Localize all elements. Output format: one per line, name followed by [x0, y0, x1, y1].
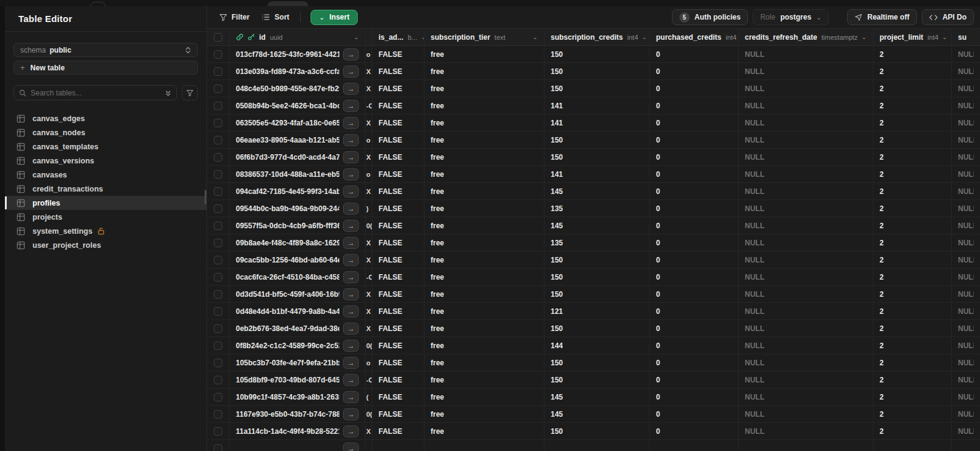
project-limit-cell[interactable]: 2: [873, 286, 952, 302]
is-admin-cell[interactable]: FALSE: [372, 183, 424, 199]
row-checkbox[interactable]: [214, 136, 222, 144]
subscription-credits-cell[interactable]: 145: [545, 389, 650, 405]
subscription-credits-cell[interactable]: 150: [545, 46, 650, 62]
is-admin-cell[interactable]: FALSE: [372, 149, 424, 165]
truncated-cell[interactable]: NULL: [952, 406, 980, 422]
credits-refresh-date-cell[interactable]: NULL: [739, 389, 873, 405]
truncated-cell[interactable]: NULL: [952, 269, 980, 285]
sidebar-table-item[interactable]: profiles: [5, 196, 206, 210]
purchased-credits-cell[interactable]: 0: [650, 46, 739, 62]
row-checkbox[interactable]: [214, 50, 222, 59]
row-checkbox[interactable]: [214, 273, 222, 281]
id-cell[interactable]: 0eb2b676-38ed-4ea7-9dad-38e6... →: [230, 320, 366, 337]
truncated-cell[interactable]: NULL: [952, 252, 980, 268]
purchased-credits-cell[interactable]: 0: [650, 354, 739, 371]
narrow-cell[interactable]: o: [366, 132, 372, 148]
row-checkbox[interactable]: [214, 102, 222, 110]
id-cell[interactable]: 0d3d541d-bf5c-459f-a406-16b93... →: [230, 286, 366, 302]
purchased-credits-cell[interactable]: 0: [650, 423, 739, 439]
narrow-cell[interactable]: 0(: [366, 337, 372, 354]
column-header-project-limit[interactable]: project_limit int4 ⌄: [873, 29, 952, 45]
row-checkbox[interactable]: [214, 67, 222, 76]
subscription-tier-cell[interactable]: free: [424, 166, 545, 182]
sidebar-table-item[interactable]: canvas_templates: [5, 140, 206, 154]
project-limit-cell[interactable]: 2: [873, 183, 952, 199]
subscription-tier-cell[interactable]: free: [424, 183, 545, 199]
project-limit-cell[interactable]: 2: [873, 269, 952, 285]
id-cell[interactable]: 063505e5-4293-4faf-a18c-0e65b... →: [230, 114, 366, 131]
credits-refresh-date-cell[interactable]: NULL: [739, 423, 873, 439]
narrow-cell[interactable]: X: [366, 423, 372, 439]
row-checkbox[interactable]: [214, 222, 222, 230]
subscription-credits-cell[interactable]: 150: [545, 149, 650, 165]
is-admin-cell[interactable]: [372, 440, 424, 451]
expand-row-button[interactable]: →: [343, 254, 359, 266]
narrow-cell[interactable]: X: [366, 303, 372, 319]
credits-refresh-date-cell[interactable]: [739, 440, 873, 451]
is-admin-cell[interactable]: FALSE: [372, 389, 424, 405]
purchased-credits-cell[interactable]: 0: [650, 252, 739, 268]
id-cell[interactable]: 1167e930-e5b0-43b7-b74c-788c9... →: [230, 406, 366, 422]
row-checkbox[interactable]: [214, 444, 222, 451]
expand-row-button[interactable]: →: [343, 340, 359, 352]
sidebar-filter-button[interactable]: [182, 85, 198, 100]
is-admin-cell[interactable]: FALSE: [372, 337, 424, 354]
auth-policies-button[interactable]: 5 Auth policies: [672, 9, 748, 25]
project-limit-cell[interactable]: 2: [873, 200, 952, 217]
column-menu-icon[interactable]: ⌄: [638, 34, 647, 40]
subscription-credits-cell[interactable]: [545, 440, 650, 451]
row-checkbox[interactable]: [214, 410, 222, 419]
expand-row-button[interactable]: →: [343, 237, 359, 249]
expand-row-button[interactable]: →: [343, 168, 359, 181]
id-cell[interactable]: 08386537-10d4-488a-a11e-eb5a6... →: [230, 166, 366, 182]
truncated-cell[interactable]: NULL: [952, 46, 980, 62]
is-admin-cell[interactable]: FALSE: [372, 286, 424, 302]
subscription-tier-cell[interactable]: free: [424, 320, 545, 337]
truncated-cell[interactable]: NULL: [952, 217, 980, 234]
truncated-cell[interactable]: NULL: [952, 149, 980, 165]
project-limit-cell[interactable]: 2: [873, 371, 952, 388]
purchased-credits-cell[interactable]: [650, 440, 739, 451]
subscription-credits-cell[interactable]: 150: [545, 320, 650, 337]
subscription-credits-cell[interactable]: 141: [545, 97, 650, 114]
id-cell[interactable]: 11a114cb-1a4c-49f4-9b28-52219ec... →: [230, 423, 366, 439]
is-admin-cell[interactable]: FALSE: [372, 200, 424, 217]
truncated-cell[interactable]: NULL: [952, 234, 980, 251]
narrow-cell[interactable]: o: [366, 166, 372, 182]
narrow-cell[interactable]: X: [366, 252, 372, 268]
subscription-tier-cell[interactable]: free: [424, 132, 545, 148]
truncated-cell[interactable]: NULL: [952, 423, 980, 439]
is-admin-cell[interactable]: FALSE: [372, 97, 424, 114]
project-limit-cell[interactable]: [873, 440, 952, 451]
project-limit-cell[interactable]: 2: [873, 46, 952, 62]
realtime-toggle-button[interactable]: Realtime off: [847, 9, 917, 25]
row-checkbox[interactable]: [214, 153, 222, 162]
sidebar-table-item[interactable]: canvas_nodes: [5, 125, 206, 140]
id-cell[interactable]: 10b99c1f-4857-4c39-a8b1-263b8... →: [230, 389, 366, 405]
column-header-is-admin[interactable]: is_ad... b... ⌄: [372, 29, 424, 45]
purchased-credits-cell[interactable]: 0: [650, 166, 739, 182]
credits-refresh-date-cell[interactable]: NULL: [739, 63, 873, 80]
column-menu-icon[interactable]: ⌄: [938, 34, 947, 40]
id-cell[interactable]: 09b8ae4e-f48c-4f89-8a8c-1629b... →: [230, 234, 366, 251]
id-cell[interactable]: 09544b0c-ba9b-496a-9b09-244... →: [230, 200, 366, 217]
column-header-credits-refresh-date[interactable]: credits_refresh_date timestamptz ⌄: [739, 29, 873, 45]
project-limit-cell[interactable]: 2: [873, 423, 952, 439]
insert-button[interactable]: ⌄ Insert: [311, 10, 358, 25]
column-menu-icon[interactable]: ⌄: [350, 34, 359, 40]
row-checkbox[interactable]: [214, 204, 222, 213]
subscription-tier-cell[interactable]: free: [424, 286, 545, 302]
subscription-credits-cell[interactable]: 150: [545, 269, 650, 285]
row-checkbox[interactable]: [214, 376, 222, 384]
subscription-credits-cell[interactable]: 145: [545, 217, 650, 234]
narrow-cell[interactable]: (: [366, 389, 372, 405]
truncated-cell[interactable]: NULL: [952, 337, 980, 354]
purchased-credits-cell[interactable]: 0: [650, 217, 739, 234]
expand-row-button[interactable]: →: [343, 357, 359, 369]
credits-refresh-date-cell[interactable]: NULL: [739, 371, 873, 388]
project-limit-cell[interactable]: 2: [873, 337, 952, 354]
credits-refresh-date-cell[interactable]: NULL: [739, 114, 873, 131]
id-cell[interactable]: 0508b94b-5ee2-4626-bca1-4bca... →: [230, 97, 366, 114]
expand-row-button[interactable]: →: [343, 408, 359, 420]
sort-button[interactable]: Sort: [255, 9, 295, 25]
